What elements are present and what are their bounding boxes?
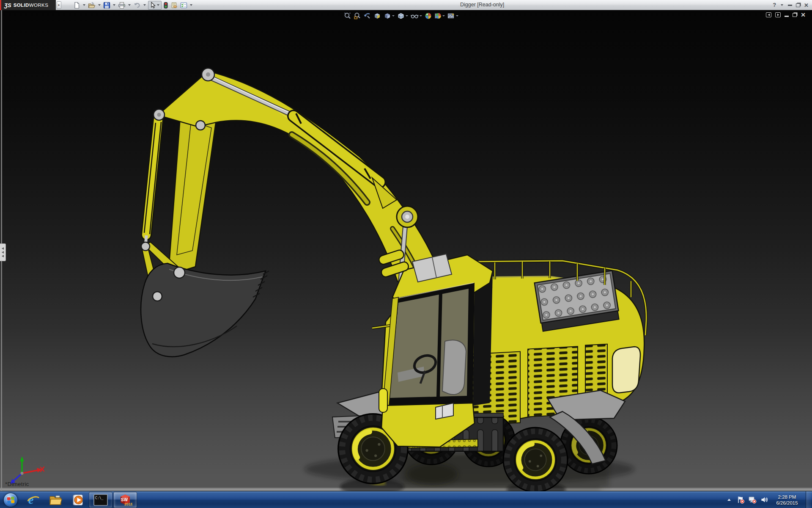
open-folder-icon <box>88 2 96 9</box>
new-dropdown[interactable] <box>83 4 85 6</box>
document-title: Digger [Read-only] <box>460 2 504 8</box>
previous-view-button[interactable] <box>363 12 371 20</box>
undo-button[interactable] <box>133 1 141 9</box>
options-icon <box>180 2 187 9</box>
taskbar-item-command-prompt[interactable]: C:\_ <box>89 492 112 508</box>
rear-window <box>612 347 640 393</box>
save-button[interactable] <box>103 1 111 9</box>
show-feature-pane-button[interactable] <box>766 12 771 17</box>
display-style-dropdown[interactable] <box>406 15 408 17</box>
print-dropdown[interactable] <box>128 4 131 6</box>
file-properties-button[interactable] <box>170 1 178 9</box>
options-button[interactable] <box>180 1 188 9</box>
show-desktop-button[interactable] <box>806 491 811 508</box>
select-cursor-icon <box>149 2 156 9</box>
rebuild-button[interactable] <box>163 1 169 9</box>
collapse-arrow-icon <box>2 251 4 254</box>
view-orientation-dropdown[interactable] <box>392 15 395 17</box>
taskbar-item-media-player[interactable] <box>69 491 86 508</box>
volume-icon[interactable] <box>760 496 768 504</box>
app-close-button[interactable]: ✕ <box>804 2 809 8</box>
new-button[interactable] <box>73 1 81 9</box>
section-view-button[interactable] <box>373 12 381 20</box>
doc-close-button[interactable]: ✕ <box>801 12 806 18</box>
action-center-flag-icon[interactable] <box>737 496 745 504</box>
title-bar: ƷS SOLIDWORKS ▸ <box>0 0 812 10</box>
options-dropdown[interactable] <box>190 4 192 6</box>
pane-right-icon <box>777 14 779 16</box>
feature-pane-collapsed-tab[interactable] <box>0 243 6 261</box>
excavator-3d-model[interactable] <box>0 10 812 491</box>
clock-time: 2:28 PM <box>772 494 802 500</box>
taskbar-clock[interactable]: 2:28 PM 6/26/2015 <box>772 494 802 506</box>
svg-text:2015: 2015 <box>124 502 132 506</box>
standard-toolbar <box>73 0 193 10</box>
clock-date: 6/26/2015 <box>772 500 802 506</box>
network-status-icon[interactable] <box>748 496 757 504</box>
solidworks-2015-icon: SW 2015 <box>118 493 132 507</box>
print-button[interactable] <box>118 1 126 9</box>
dassault-3ds-icon: ƷS <box>4 2 11 8</box>
undo-icon <box>133 2 141 9</box>
new-document-icon <box>73 2 80 9</box>
zoom-to-fit-icon <box>344 12 351 19</box>
orientation-triad <box>10 456 44 484</box>
svg-text:SW: SW <box>121 497 128 502</box>
hide-show-dropdown[interactable] <box>420 15 422 17</box>
hide-show-items-button[interactable] <box>410 12 422 20</box>
view-orientation-icon <box>384 12 391 19</box>
display-style-button[interactable] <box>397 12 409 20</box>
taskbar-item-windows-explorer[interactable] <box>47 491 64 508</box>
taskbar-item-solidworks-2015[interactable]: SW 2015 <box>113 492 137 508</box>
view-settings-icon <box>447 12 455 19</box>
apply-scene-dropdown[interactable] <box>442 15 445 17</box>
display-style-icon <box>397 12 405 19</box>
print-icon <box>118 2 126 9</box>
select-button[interactable] <box>148 1 162 10</box>
apply-scene-icon <box>434 12 442 19</box>
apply-scene-button[interactable] <box>434 12 445 20</box>
eyeglasses-icon <box>411 12 419 19</box>
graphics-viewport[interactable]: ✕ *Dimetric <box>0 10 812 491</box>
view-settings-dropdown[interactable] <box>456 15 458 17</box>
collapse-arrow-icon <box>2 255 4 257</box>
document-window-controls: ✕ <box>766 12 806 18</box>
app-name: SOLIDWORKS <box>14 3 49 8</box>
view-settings-button[interactable] <box>447 12 459 20</box>
pane-left-icon <box>768 14 770 16</box>
doc-minimize-button[interactable] <box>785 16 789 17</box>
app-restore-button[interactable] <box>796 3 800 7</box>
windows-flag-icon <box>7 496 15 503</box>
help-dropdown[interactable] <box>781 4 783 6</box>
edit-appearance-button[interactable] <box>424 12 432 20</box>
command-prompt-icon: C:\_ <box>93 494 108 506</box>
file-properties-icon <box>170 2 178 9</box>
toolbar-expander-button[interactable]: ▸ <box>57 1 61 9</box>
internet-explorer-icon: e <box>27 493 40 507</box>
undo-dropdown[interactable] <box>143 4 146 6</box>
app-minimize-button[interactable] <box>788 5 792 6</box>
excavator-bucket[interactable] <box>141 263 269 357</box>
view-orientation-label: *Dimetric <box>5 481 29 487</box>
appearance-ball-icon <box>425 12 432 19</box>
select-dropdown[interactable] <box>157 4 159 6</box>
help-button[interactable]: ? <box>773 0 776 10</box>
svg-text:C:\_: C:\_ <box>95 496 103 500</box>
bucket-cylinder[interactable] <box>144 119 161 252</box>
open-dropdown[interactable] <box>98 4 101 6</box>
start-button[interactable] <box>3 493 18 507</box>
show-display-pane-button[interactable] <box>775 12 781 17</box>
system-tray: 2:28 PM 6/26/2015 <box>727 491 812 508</box>
zoom-to-area-button[interactable] <box>353 12 361 20</box>
taskbar-item-internet-explorer[interactable]: e <box>25 491 42 508</box>
doc-restore-button[interactable] <box>793 13 797 17</box>
save-dropdown[interactable] <box>113 4 115 6</box>
open-button[interactable] <box>88 1 96 9</box>
solidworks-logo: ƷS SOLIDWORKS <box>0 0 56 10</box>
app-window-controls: ? ✕ <box>773 0 809 10</box>
zoom-to-area-icon <box>354 12 361 19</box>
view-orientation-button[interactable] <box>383 12 395 20</box>
zoom-to-fit-button[interactable] <box>343 12 351 20</box>
rebuild-trafficlight-icon <box>163 2 168 9</box>
show-hidden-icons-button[interactable] <box>727 499 731 501</box>
